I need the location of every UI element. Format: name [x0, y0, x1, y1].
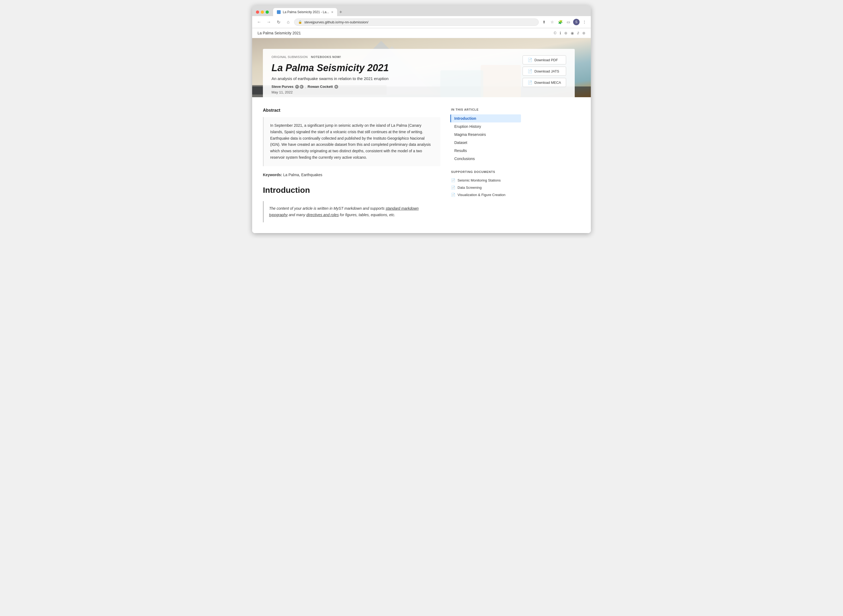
meta-original: Original Submission: [272, 55, 308, 59]
reload-button[interactable]: ↻: [275, 18, 282, 26]
browser-frame: La Palma Seismicity 2021 - La... × + ← →…: [252, 5, 591, 233]
meta-notebooks: Notebooks Now!: [311, 55, 341, 59]
bookmark-icon[interactable]: ☆: [549, 19, 555, 25]
share-icon[interactable]: ⬆: [541, 19, 547, 25]
page-header-bar: La Palma Seismicity 2021 © ℹ ⊕ ◉ ∂ ⊗: [252, 28, 591, 38]
browser-titlebar: La Palma Seismicity 2021 - La... × +: [252, 5, 591, 16]
doc-icon-3: 📄: [451, 193, 455, 197]
intro-blockquote-text: The content of your article is written i…: [269, 205, 435, 218]
email-icon[interactable]: ✉: [295, 85, 299, 89]
page-content: La Palma Seismicity 2021 © ℹ ⊕ ◉ ∂ ⊗: [252, 28, 591, 233]
intro-text-1: The content of your article is written i…: [269, 206, 385, 211]
pdf-icon: 📄: [528, 58, 532, 62]
download-pdf-label: Download PDF: [534, 58, 558, 62]
browser-toolbar: ← → ↻ ⌂ 🔒 stevejpurves.github.io/my-nn-s…: [252, 16, 591, 28]
tab-title: La Palma Seismicity 2021 - La...: [283, 10, 329, 14]
toc-list: Introduction Eruption History Magma Rese…: [451, 114, 521, 163]
jats-icon: 📄: [528, 69, 532, 73]
toc-item-introduction[interactable]: Introduction: [450, 114, 521, 122]
extensions-icon[interactable]: 🧩: [557, 19, 563, 25]
home-button[interactable]: ⌂: [284, 18, 292, 26]
supporting-docs-title: Supporting Documents: [451, 170, 521, 173]
url-text: stevejpurves.github.io/my-nn-submission/: [304, 20, 368, 24]
lock-icon: 🔒: [298, 20, 302, 24]
article-header-card: Original Submission Notebooks Now! La Pa…: [263, 49, 575, 97]
minimize-dot[interactable]: [261, 10, 264, 14]
supporting-doc-screening-label: Data Screening: [458, 186, 482, 189]
article-title: La Palma Seismicity 2021: [272, 62, 389, 73]
close-dot[interactable]: [256, 10, 259, 14]
download-meca-button[interactable]: 📄 Download MECA: [522, 78, 566, 87]
toc-item-results[interactable]: Results: [451, 147, 521, 155]
article-authors: Steve Purves ✉ ◐ , Rowan Cockett ◐: [272, 85, 389, 89]
active-tab[interactable]: La Palma Seismicity 2021 - La... ×: [273, 8, 337, 16]
browser-dots: [256, 10, 269, 14]
supporting-doc-visualization-label: Visualization & Figure Creation: [458, 193, 505, 197]
author-steve-icons: ✉ ◐: [295, 85, 303, 89]
hero-banner: Original Submission Notebooks Now! La Pa…: [252, 38, 591, 97]
meca-icon: 📄: [528, 80, 532, 85]
intro-heading: Introduction: [263, 186, 440, 195]
page-header-icons: © ℹ ⊕ ◉ ∂ ⊗: [554, 31, 586, 35]
menu-icon[interactable]: ⋮: [581, 19, 588, 25]
intro-text-2: and many: [288, 213, 306, 217]
toc-item-eruption-history[interactable]: Eruption History: [451, 122, 521, 131]
intro-text-3: for figures, tables, equations, etc.: [339, 213, 395, 217]
supporting-doc-seismic-label: Seismic Monitoring Stations: [458, 178, 500, 182]
toolbar-actions: ⬆ ☆ 🧩 ▭ S ⋮: [541, 19, 588, 25]
supporting-doc-seismic[interactable]: 📄 Seismic Monitoring Stations: [451, 177, 521, 184]
browser-tabs: La Palma Seismicity 2021 - La... × +: [273, 8, 580, 16]
doc-icon-1: 📄: [451, 178, 455, 182]
introduction-section: Introduction The content of your article…: [263, 186, 440, 223]
back-button[interactable]: ←: [255, 18, 263, 26]
tab-close-button[interactable]: ×: [331, 10, 333, 14]
toc-item-dataset[interactable]: Dataset: [451, 139, 521, 147]
article-header-left: Original Submission Notebooks Now! La Pa…: [272, 55, 389, 94]
info-icon[interactable]: ℹ: [560, 31, 561, 35]
intro-link-2[interactable]: directives and roles: [306, 213, 339, 217]
open-access-icon[interactable]: ∂: [577, 31, 579, 35]
article-downloads: 📄 Download PDF 📄 Download JATS 📄 Downloa…: [522, 55, 566, 87]
tab-favicon: [277, 10, 281, 14]
page-header-title: La Palma Seismicity 2021: [257, 31, 301, 35]
forward-button[interactable]: →: [265, 18, 272, 26]
article-body: Abstract In September 2021, a significan…: [263, 108, 440, 222]
supporting-docs-list: 📄 Seismic Monitoring Stations 📄 Data Scr…: [451, 177, 521, 198]
keywords-values: La Palma, Earthquakes: [283, 173, 322, 177]
keywords-label: Keywords:: [263, 173, 282, 177]
toc-title: In This Article: [451, 108, 521, 111]
supporting-doc-visualization[interactable]: 📄 Visualization & Figure Creation: [451, 191, 521, 198]
abstract-text: In September 2021, a significant jump in…: [263, 117, 440, 166]
orcid-icon-rowan[interactable]: ◐: [334, 85, 338, 89]
abstract-section: Abstract In September 2021, a significan…: [263, 108, 440, 177]
doc-icon-2: 📄: [451, 186, 455, 189]
author-rowan-icons: ◐: [334, 85, 338, 89]
github-user-icon[interactable]: ◉: [571, 31, 574, 35]
download-jats-label: Download JATS: [534, 69, 559, 73]
toc-item-magma-reservoirs[interactable]: Magma Reservoirs: [451, 131, 521, 139]
download-meca-label: Download MECA: [534, 81, 561, 85]
author-separator: ,: [305, 85, 306, 89]
download-pdf-button[interactable]: 📄 Download PDF: [522, 55, 566, 65]
sidebar-toggle-icon[interactable]: ▭: [565, 19, 571, 25]
toc-item-conclusions[interactable]: Conclusions: [451, 155, 521, 163]
intro-blockquote: The content of your article is written i…: [263, 201, 440, 223]
profile-icon[interactable]: S: [573, 19, 580, 25]
download-jats-button[interactable]: 📄 Download JATS: [522, 67, 566, 76]
article-sidebar: In This Article Introduction Eruption Hi…: [451, 108, 521, 222]
article-date: May 11, 2022: [272, 90, 389, 94]
orcid-icon-steve[interactable]: ◐: [300, 85, 303, 89]
maximize-dot[interactable]: [266, 10, 269, 14]
github-icon[interactable]: ⊗: [582, 31, 586, 35]
abstract-label: Abstract: [263, 108, 440, 113]
main-layout: Abstract In September 2021, a significan…: [252, 97, 591, 233]
new-tab-button[interactable]: +: [337, 8, 344, 16]
address-bar[interactable]: 🔒 stevejpurves.github.io/my-nn-submissio…: [294, 19, 539, 26]
copyright-icon[interactable]: ©: [554, 31, 556, 35]
article-meta-top: Original Submission Notebooks Now!: [272, 55, 389, 59]
author-rowan: Rowan Cockett: [307, 85, 333, 89]
author-steve: Steve Purves: [272, 85, 294, 89]
supporting-doc-screening[interactable]: 📄 Data Screening: [451, 184, 521, 191]
keywords-line: Keywords: La Palma, Earthquakes: [263, 173, 440, 177]
orcid-icon[interactable]: ⊕: [564, 31, 568, 35]
